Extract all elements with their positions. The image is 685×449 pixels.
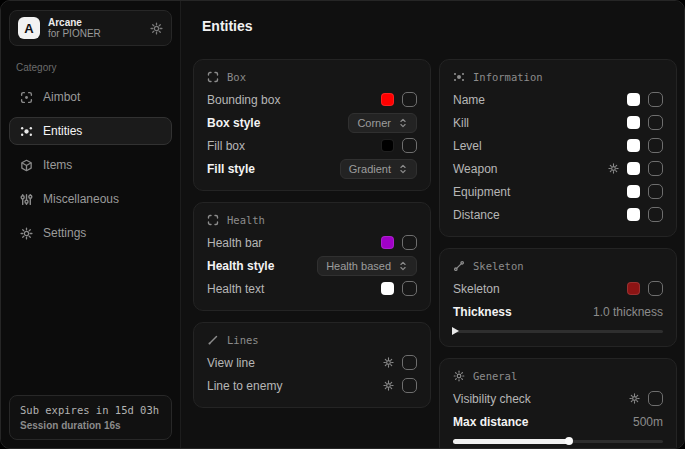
view-line-row: View line <box>207 351 417 374</box>
thickness-value: 1.0 thickness <box>593 305 663 319</box>
app-window: A Arcane for PIONER Category Aimbot Enti… <box>0 0 685 449</box>
view-line-checkbox[interactable] <box>402 355 417 370</box>
crosshair-icon <box>20 91 33 104</box>
sidebar-item-label: Settings <box>43 226 86 240</box>
color-swatch[interactable] <box>627 116 640 129</box>
sidebar-item-aimbot[interactable]: Aimbot <box>9 83 172 111</box>
entities-icon <box>20 125 33 138</box>
health-card: Health Health bar Health style Health ba… <box>193 202 431 311</box>
distance-row: Distance <box>453 203 663 226</box>
box-card: Box Bounding box Box style Corner <box>193 59 431 191</box>
fill-style-row: Fill style Gradient <box>207 157 417 180</box>
box-style-dropdown[interactable]: Corner <box>348 113 417 133</box>
bone-icon <box>453 260 465 272</box>
gear-icon <box>20 227 33 240</box>
sidebar-item-items[interactable]: Items <box>9 151 172 179</box>
app-logo: A <box>18 17 40 39</box>
skeleton-checkbox[interactable] <box>648 281 663 296</box>
health-bar-checkbox[interactable] <box>402 235 417 250</box>
visibility-check-row: Visibility check <box>453 387 663 410</box>
visibility-check-checkbox[interactable] <box>648 391 663 406</box>
thickness-row: Thickness 1.0 thickness <box>453 300 663 323</box>
gear-icon[interactable] <box>608 163 619 174</box>
fill-box-checkbox[interactable] <box>402 138 417 153</box>
color-swatch[interactable] <box>381 282 394 295</box>
session-duration-text: Session duration 16s <box>20 420 161 431</box>
kill-checkbox[interactable] <box>648 115 663 130</box>
color-swatch[interactable] <box>627 93 640 106</box>
sliders-icon <box>20 193 33 206</box>
health-text-checkbox[interactable] <box>402 281 417 296</box>
card-title: Box <box>227 71 246 83</box>
gear-icon[interactable] <box>150 22 163 35</box>
information-card: Information Name Kill <box>439 59 677 237</box>
gear-icon[interactable] <box>383 357 394 368</box>
bounding-box-row: Bounding box <box>207 88 417 111</box>
sidebar-item-label: Aimbot <box>43 90 80 104</box>
sub-expires-text: Sub expires in 15d 03h <box>20 404 161 416</box>
name-row: Name <box>453 88 663 111</box>
sidebar-item-settings[interactable]: Settings <box>9 219 172 247</box>
health-style-dropdown[interactable]: Health based <box>317 256 417 276</box>
card-title: Information <box>473 71 543 83</box>
bounding-box-checkbox[interactable] <box>402 92 417 107</box>
diagonal-line-icon <box>207 334 219 346</box>
lines-card: Lines View line Line to enemy <box>193 322 431 408</box>
sun-icon <box>453 370 465 382</box>
name-checkbox[interactable] <box>648 92 663 107</box>
weapon-row: Weapon <box>453 157 663 180</box>
card-title: General <box>473 370 517 382</box>
sidebar-item-entities[interactable]: Entities <box>9 117 172 145</box>
health-text-row: Health text <box>207 277 417 300</box>
sidebar-nav: Aimbot Entities Items Miscellaneous <box>9 83 172 247</box>
kill-row: Kill <box>453 111 663 134</box>
health-bar-row: Health bar <box>207 231 417 254</box>
sidebar-item-label: Miscellaneous <box>43 192 119 206</box>
color-swatch[interactable] <box>627 185 640 198</box>
line-to-enemy-checkbox[interactable] <box>402 378 417 393</box>
equipment-row: Equipment <box>453 180 663 203</box>
box-style-row: Box style Corner <box>207 111 417 134</box>
thickness-slider[interactable] <box>453 326 663 336</box>
sidebar-item-label: Items <box>43 158 72 172</box>
card-title: Skeleton <box>473 260 524 272</box>
sidebar: A Arcane for PIONER Category Aimbot Enti… <box>1 1 181 448</box>
slider-handle[interactable] <box>565 437 573 445</box>
chevron-updown-icon <box>398 118 408 128</box>
general-card: General Visibility check Max distance 50… <box>439 358 677 449</box>
corners-icon <box>207 71 219 83</box>
color-swatch[interactable] <box>381 236 394 249</box>
line-to-enemy-row: Line to enemy <box>207 374 417 397</box>
main-panel: Entities Players NPCs Box Bounding box <box>181 1 685 448</box>
card-title: Lines <box>227 334 259 346</box>
color-swatch[interactable] <box>627 208 640 221</box>
subscription-card: Sub expires in 15d 03h Session duration … <box>9 395 172 440</box>
max-distance-slider[interactable] <box>453 436 663 446</box>
distance-checkbox[interactable] <box>648 207 663 222</box>
slider-handle[interactable] <box>452 327 459 335</box>
entities-icon <box>453 71 465 83</box>
gear-icon[interactable] <box>383 380 394 391</box>
color-swatch[interactable] <box>627 162 640 175</box>
card-title: Health <box>227 214 265 226</box>
category-label: Category <box>16 62 165 73</box>
app-subtitle: for PIONER <box>48 28 142 40</box>
app-title: Arcane <box>48 17 142 29</box>
page-title: Entities <box>202 18 677 34</box>
gear-icon[interactable] <box>629 393 640 404</box>
chevron-updown-icon <box>398 261 408 271</box>
skeleton-card: Skeleton Skeleton Thickness 1.0 thicknes… <box>439 248 677 347</box>
level-checkbox[interactable] <box>648 138 663 153</box>
brand-card: A Arcane for PIONER <box>9 10 172 46</box>
corners-icon <box>207 214 219 226</box>
fill-style-dropdown[interactable]: Gradient <box>340 159 417 179</box>
weapon-checkbox[interactable] <box>648 161 663 176</box>
color-swatch[interactable] <box>627 139 640 152</box>
color-swatch[interactable] <box>381 93 394 106</box>
color-swatch[interactable] <box>381 139 394 152</box>
sidebar-item-miscellaneous[interactable]: Miscellaneous <box>9 185 172 213</box>
sidebar-item-label: Entities <box>43 124 82 138</box>
level-row: Level <box>453 134 663 157</box>
color-swatch[interactable] <box>627 282 640 295</box>
equipment-checkbox[interactable] <box>648 184 663 199</box>
